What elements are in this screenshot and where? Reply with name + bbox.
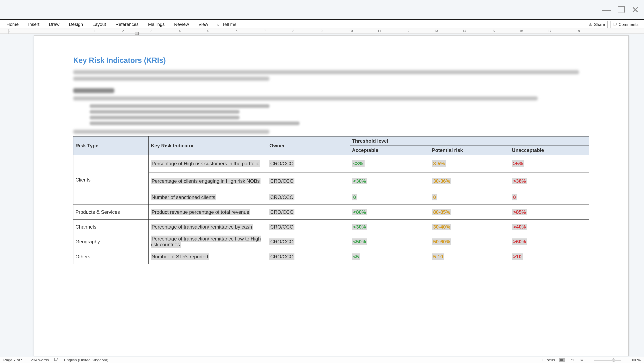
ruler-mark: 9 (321, 29, 322, 33)
cell-owner: CRO/CCO (267, 234, 350, 249)
cell-potential: 30-40% (430, 220, 510, 234)
kri-table: Risk Type Key Risk Indicator Owner Thres… (73, 136, 589, 264)
svg-rect-0 (54, 358, 57, 361)
cell-potential: 3-5% (430, 155, 510, 172)
table-row: Percentage of clients engaging in High r… (74, 172, 589, 190)
tab-layout[interactable]: Layout (91, 20, 108, 28)
svg-rect-3 (570, 359, 573, 361)
status-page[interactable]: Page 7 of 9 (3, 358, 23, 362)
document-area[interactable]: Key Risk Indicators (KRIs) Risk Type Key… (0, 34, 644, 356)
ruler-mark: 15 (491, 29, 495, 33)
th-risk-type: Risk Type (74, 136, 149, 155)
ruler-mark: 11 (378, 29, 381, 33)
cell-acceptable: <3% (350, 155, 430, 172)
cell-potential: 80-85% (430, 205, 510, 220)
cell-kri: Number of STRs reported (149, 249, 267, 264)
blurred-bullets (73, 104, 589, 125)
cell-potential: 50-60% (430, 234, 510, 249)
blurred-heading (73, 88, 114, 93)
table-row: Products & ServicesProduct revenue perce… (74, 205, 589, 220)
cell-kri: Product revenue percentage of total reve… (149, 205, 267, 220)
th-kri: Key Risk Indicator (149, 136, 267, 155)
zoom-level[interactable]: 300% (631, 358, 641, 362)
cell-acceptable: <80% (350, 205, 430, 220)
blurred-text (73, 70, 579, 74)
cell-risk-type: Clients (74, 155, 149, 205)
lightbulb-icon (216, 22, 220, 27)
cell-kri: Number of sanctioned clients (149, 190, 267, 205)
share-label: Share (594, 22, 605, 27)
ruler-mark: 8 (292, 29, 294, 33)
ruler-mark: 13 (434, 29, 438, 33)
cell-owner: CRO/CCO (267, 249, 350, 264)
ruler-mark: 18 (576, 29, 580, 33)
zoom-out-button[interactable]: − (588, 358, 590, 362)
titlebar: — ❐ ✕ (0, 0, 644, 19)
focus-label: Focus (544, 358, 555, 362)
view-web-layout[interactable] (578, 358, 584, 362)
cell-risk-type: Products & Services (74, 205, 149, 220)
focus-icon (538, 358, 543, 362)
status-language[interactable]: English (United Kingdom) (64, 358, 108, 362)
share-button[interactable]: Share (586, 21, 608, 28)
th-owner: Owner (267, 136, 350, 155)
cell-owner: CRO/CCO (267, 155, 350, 172)
ruler-mark: 3 (150, 29, 152, 33)
th-potential: Potential risk (430, 146, 510, 155)
cell-kri: Percentage of transaction/ remittance fl… (149, 234, 267, 249)
tab-view[interactable]: View (197, 20, 210, 28)
comments-label: Comments (618, 22, 638, 27)
view-read-mode[interactable] (568, 358, 575, 362)
tab-home[interactable]: Home (5, 20, 20, 28)
table-row: OthersNumber of STRs reportedCRO/CCO<55-… (74, 249, 589, 264)
cell-risk-type: Channels (74, 220, 149, 234)
tab-draw[interactable]: Draw (47, 20, 61, 28)
zoom-slider[interactable] (594, 360, 621, 360)
cell-unacceptable: >40% (510, 220, 589, 234)
focus-mode-button[interactable]: Focus (538, 358, 555, 362)
status-words[interactable]: 1234 words (28, 358, 49, 362)
tab-references[interactable]: References (114, 20, 140, 28)
cell-risk-type: Geography (74, 234, 149, 249)
cell-kri: Percentage of High risk customers in the… (149, 155, 267, 172)
ruler-mark: 1 (37, 29, 39, 33)
cell-unacceptable: >5% (510, 155, 589, 172)
restore-button[interactable]: ❐ (617, 4, 625, 15)
ruler[interactable]: 21123456789101112131415161718 (0, 29, 644, 34)
blurred-text (73, 130, 269, 134)
tab-insert[interactable]: Insert (26, 20, 41, 28)
view-print-layout[interactable] (559, 358, 565, 362)
cell-owner: CRO/CCO (267, 190, 350, 205)
comments-button[interactable]: Comments (610, 21, 641, 28)
comment-icon (613, 22, 617, 26)
cell-owner: CRO/CCO (267, 220, 350, 234)
minimize-button[interactable]: — (602, 4, 611, 15)
cell-kri: Percentage of clients engaging in High r… (149, 172, 267, 190)
tellme-input[interactable]: Tell me (216, 22, 236, 27)
ruler-mark: 10 (349, 29, 353, 33)
cell-unacceptable: >85% (510, 205, 589, 220)
statusbar: Page 7 of 9 1234 words English (United K… (0, 357, 644, 363)
th-acceptable: Acceptable (350, 146, 430, 155)
proofing-icon[interactable] (54, 358, 58, 362)
cell-unacceptable: >60% (510, 234, 589, 249)
tellme-label: Tell me (222, 22, 236, 27)
indent-marker[interactable] (135, 32, 138, 35)
table-row: Number of sanctioned clientsCRO/CCO000 (74, 190, 589, 205)
zoom-in-button[interactable]: + (625, 358, 627, 362)
cell-potential: 5-10 (430, 249, 510, 264)
blurred-text (73, 96, 538, 100)
table-row: GeographyPercentage of transaction/ remi… (74, 234, 589, 249)
ruler-mark: 2 (122, 29, 124, 33)
close-button[interactable]: ✕ (632, 4, 639, 15)
tab-design[interactable]: Design (67, 20, 84, 28)
tab-review[interactable]: Review (172, 20, 190, 28)
ruler-mark: 12 (406, 29, 410, 33)
svg-rect-1 (539, 359, 542, 361)
tab-mailings[interactable]: Mailings (146, 20, 166, 28)
page[interactable]: Key Risk Indicators (KRIs) Risk Type Key… (34, 35, 628, 356)
ruler-mark: 7 (264, 29, 266, 33)
page-title: Key Risk Indicators (KRIs) (73, 56, 589, 65)
ruler-mark: 17 (548, 29, 552, 33)
ruler-mark: 1 (94, 29, 96, 33)
